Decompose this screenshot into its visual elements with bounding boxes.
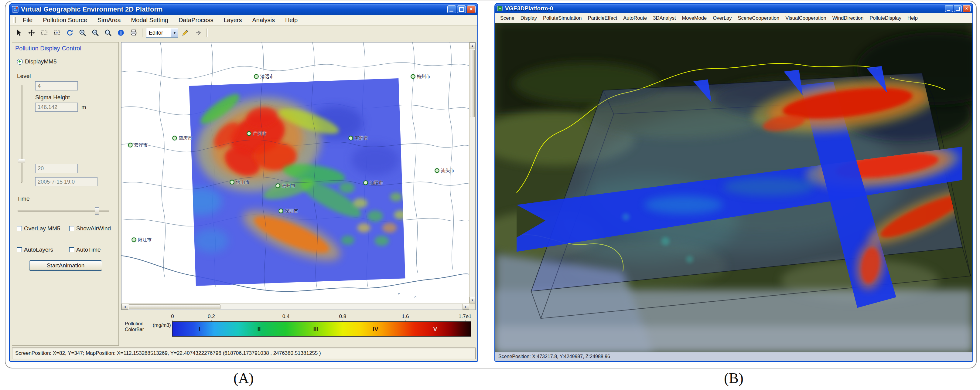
titlebar-b[interactable]: VGE3DPlatform-0 ×: [495, 4, 972, 13]
menu-item[interactable]: PolluteDisplay: [866, 15, 904, 21]
display-mm5-radio[interactable]: [17, 59, 23, 65]
menu-item[interactable]: MoveMode: [679, 15, 710, 21]
zoom-extent-button[interactable]: [102, 27, 114, 38]
city-marker: 梅州市: [410, 73, 430, 79]
menubar-b: SceneDisplayPolluteSimulationParticleEff…: [495, 13, 972, 23]
menu-item[interactable]: Help: [904, 15, 921, 21]
colorbar-class-label: I: [199, 326, 200, 333]
level-slider-thumb[interactable]: [18, 159, 25, 163]
minimize-button[interactable]: [447, 5, 456, 13]
editor-combo[interactable]: Editor ▼: [146, 28, 178, 38]
menu-item[interactable]: Pollution Source: [38, 17, 92, 24]
colorbar-unit: (mg/m3): [153, 323, 171, 328]
identify-button[interactable]: [115, 27, 127, 38]
scene-canvas[interactable]: [495, 23, 972, 352]
city-marker-icon: [172, 136, 177, 140]
move-icon: [28, 29, 35, 37]
city-label: 汕尾市: [369, 180, 383, 185]
scroll-left-icon[interactable]: ◄: [121, 304, 128, 309]
auto-time-checkbox[interactable]: [69, 247, 74, 252]
menu-item[interactable]: OverLay: [710, 15, 735, 21]
colorbar-gradient: 00.20.40.81.61.7e1 IIIIIIIVV: [172, 322, 471, 336]
menu-item[interactable]: WindDirection: [829, 15, 867, 21]
timestep-field[interactable]: 20: [35, 164, 78, 173]
city-marker: 深圳市: [278, 208, 298, 214]
scroll-up-icon[interactable]: ▲: [469, 43, 475, 49]
horizontal-scroll-thumb[interactable]: [129, 304, 221, 309]
edit-sketch-button[interactable]: [180, 27, 191, 38]
menu-item[interactable]: ParticleEffect: [585, 15, 620, 21]
menu-item[interactable]: Analysis: [247, 17, 280, 24]
forward-button[interactable]: [192, 27, 204, 38]
menu-item[interactable]: 3DAnalyst: [650, 15, 679, 21]
vertical-scroll-thumb[interactable]: [470, 50, 475, 117]
horizontal-scrollbar[interactable]: ◄ ►: [121, 303, 469, 309]
datetime-field[interactable]: 2005-7-15 19:0: [35, 177, 97, 186]
auto-layers-checkbox[interactable]: [17, 247, 22, 252]
city-marker: 汕头市: [434, 168, 454, 174]
menubar-grip: [13, 17, 16, 23]
zoom-in-icon: [79, 29, 87, 37]
close-button[interactable]: ×: [467, 5, 476, 13]
menu-item[interactable]: Help: [280, 17, 303, 24]
forward-arrow-icon: [194, 29, 202, 37]
print-button[interactable]: [128, 27, 139, 38]
colorbar-tick-label: 0.8: [339, 314, 346, 320]
city-label: 云浮市: [134, 142, 148, 148]
menu-item[interactable]: Layers: [218, 17, 247, 24]
refresh-button[interactable]: [64, 27, 76, 38]
pan-tool-button[interactable]: [26, 27, 37, 38]
show-wind-checkbox[interactable]: [69, 226, 74, 231]
titlebar-a[interactable]: Virtual Geographic Environment 2D Platfo…: [10, 4, 477, 15]
city-label: 河源市: [355, 135, 368, 141]
colorbar-tick-label: 0.2: [208, 314, 215, 320]
overlay-mm5-checkbox[interactable]: [17, 226, 22, 231]
menu-item[interactable]: AutoRoute: [620, 15, 650, 21]
zoom-out-button[interactable]: [89, 27, 101, 38]
colorbar-class-label: III: [313, 326, 318, 333]
zoom-window-button[interactable]: [51, 27, 63, 38]
menu-item[interactable]: Scene: [497, 15, 517, 21]
scroll-right-icon[interactable]: ►: [463, 304, 469, 309]
select-rect-button[interactable]: [38, 27, 50, 38]
start-animation-button[interactable]: StartAnimation: [29, 260, 102, 271]
menu-item[interactable]: File: [18, 17, 38, 24]
level-field[interactable]: 4: [35, 81, 78, 90]
menu-item[interactable]: DataProcess: [173, 17, 219, 24]
select-tool-button[interactable]: [13, 27, 25, 38]
maximize-button[interactable]: [954, 5, 962, 12]
city-marker-icon: [128, 143, 132, 147]
menu-item[interactable]: VisualCooperation: [782, 15, 829, 21]
menu-item[interactable]: SimArea: [92, 17, 126, 24]
auto-time-label: AutoTime: [76, 246, 101, 253]
maximize-button[interactable]: [457, 5, 466, 13]
display-mm5-label: DisplayMM5: [25, 58, 57, 65]
menu-item[interactable]: SceneCooperation: [735, 15, 782, 21]
colorbar-tick-label: 0: [171, 314, 174, 320]
menu-item[interactable]: Modal Setting: [126, 17, 173, 24]
city-marker: 阳江市: [132, 237, 151, 243]
pollution-display-control-panel: Pollution Display Control DisplayMM5 Lev…: [12, 42, 119, 346]
scroll-down-icon[interactable]: ▼: [469, 297, 475, 303]
city-marker: 河源市: [348, 135, 368, 141]
chevron-down-icon[interactable]: ▼: [171, 29, 178, 37]
sigma-height-field[interactable]: 146.142: [35, 103, 78, 112]
zoom-in-button[interactable]: [77, 27, 88, 38]
menu-item[interactable]: PolluteSimulation: [540, 15, 585, 21]
menu-item[interactable]: Display: [517, 15, 540, 21]
minimize-button[interactable]: [945, 5, 953, 12]
statusbar-b-text: ScenePosition: X:473217.8, Y:4249987, Z:…: [498, 354, 610, 359]
city-label: 佛山市: [236, 179, 250, 185]
level-label: Level: [17, 73, 31, 79]
city-label: 深圳市: [285, 208, 298, 214]
vertical-scrollbar[interactable]: ▲ ▼: [469, 43, 475, 303]
statusbar-a-text: ScreenPosition: X=82, Y=347; MapPosition…: [15, 350, 321, 356]
level-slider[interactable]: [21, 85, 22, 183]
time-label: Time: [17, 195, 30, 202]
time-slider-thumb[interactable]: [95, 207, 99, 214]
map-canvas[interactable]: 清远市 梅州市 肇庆市: [121, 43, 469, 303]
toolbar-a: Editor ▼: [10, 25, 477, 40]
close-button[interactable]: ×: [963, 5, 970, 12]
scrollbar-corner: [469, 303, 475, 309]
overlay-mm5-label: OverLay MM5: [24, 225, 60, 232]
